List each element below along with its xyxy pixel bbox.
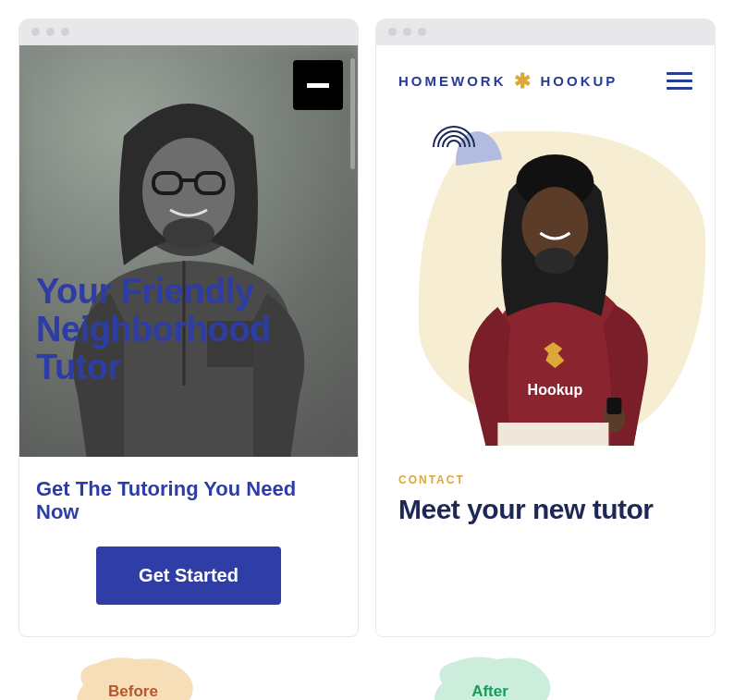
minus-icon bbox=[307, 83, 329, 88]
cta-wrapper: Get Started bbox=[19, 534, 358, 632]
after-label-text: After bbox=[471, 682, 508, 700]
site-header: HOMEWORK ✱ HOOKUP bbox=[376, 45, 715, 109]
window-dot bbox=[388, 28, 397, 36]
hero-person-image bbox=[31, 53, 346, 457]
hero-title: Your Friendly Neighborhood Tutor bbox=[36, 273, 332, 387]
window-dot bbox=[403, 28, 411, 36]
subheading: Get The Tutoring You Need Now bbox=[19, 457, 358, 534]
get-started-button[interactable]: Get Started bbox=[96, 546, 281, 605]
svg-point-9 bbox=[534, 248, 575, 274]
before-label: Before bbox=[65, 650, 202, 700]
logo-text-right: HOOKUP bbox=[541, 73, 618, 89]
hamburger-line bbox=[667, 87, 692, 90]
before-device: Your Friendly Neighborhood Tutor Get The… bbox=[18, 18, 359, 689]
browser-titlebar bbox=[18, 18, 359, 45]
svg-rect-12 bbox=[606, 398, 621, 414]
logo[interactable]: HOMEWORK ✱ HOOKUP bbox=[398, 69, 618, 93]
page-headline: Meet your new tutor bbox=[376, 494, 715, 525]
hero-section: Your Friendly Neighborhood Tutor bbox=[19, 45, 358, 457]
scrollbar[interactable] bbox=[350, 58, 355, 169]
before-screen: Your Friendly Neighborhood Tutor Get The… bbox=[18, 45, 359, 637]
svg-point-5 bbox=[163, 218, 214, 248]
logo-text-left: HOMEWORK bbox=[398, 73, 507, 89]
after-screen: HOMEWORK ✱ HOOKUP bbox=[375, 45, 716, 637]
before-label-text: Before bbox=[108, 682, 158, 700]
after-label: After bbox=[422, 650, 558, 700]
window-dot bbox=[61, 28, 69, 36]
hamburger-line bbox=[667, 72, 692, 75]
hamburger-menu-button[interactable] bbox=[667, 68, 692, 94]
collapse-button[interactable] bbox=[293, 60, 343, 110]
logo-star-icon: ✱ bbox=[514, 69, 533, 93]
window-dot bbox=[31, 28, 40, 36]
svg-text:Hookup: Hookup bbox=[528, 382, 583, 398]
hero-title-line: Your Friendly bbox=[36, 272, 254, 311]
hero-title-line: Neighborhood bbox=[36, 310, 271, 349]
browser-titlebar bbox=[375, 18, 716, 45]
window-dot bbox=[418, 28, 426, 36]
after-device: HOMEWORK ✱ HOOKUP bbox=[375, 18, 716, 689]
window-dot bbox=[46, 28, 55, 36]
eyebrow-label: CONTACT bbox=[376, 446, 715, 494]
hero-section: Hookup bbox=[395, 122, 696, 446]
svg-rect-13 bbox=[497, 423, 608, 446]
hero-person-image: Hookup bbox=[425, 141, 675, 446]
hamburger-line bbox=[667, 80, 692, 82]
hero-title-line: Tutor bbox=[36, 348, 121, 387]
